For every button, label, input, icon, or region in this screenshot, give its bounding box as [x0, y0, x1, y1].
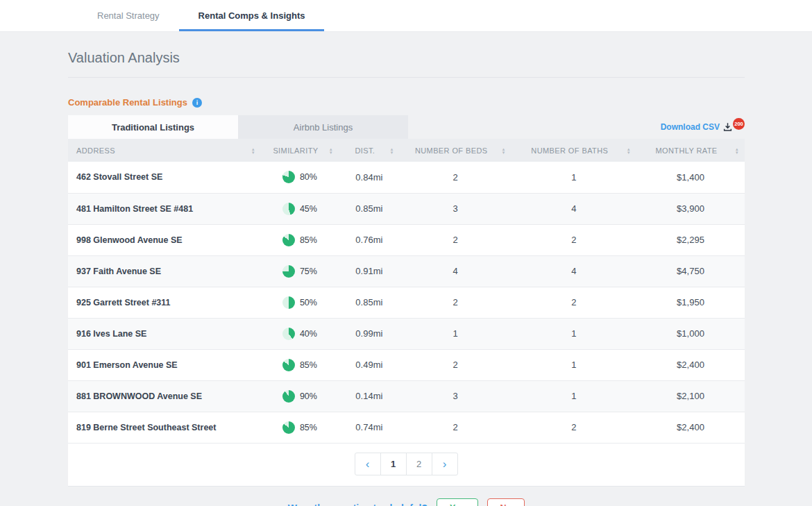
similarity-pie-chart: [282, 296, 295, 309]
distance-value: 0.99mi: [339, 318, 400, 349]
sort-icon[interactable]: ▴▾: [627, 147, 630, 154]
beds-value: 3: [400, 193, 511, 224]
sort-icon[interactable]: ▴▾: [502, 147, 505, 154]
tab-traditional-listings[interactable]: Traditional Listings: [68, 115, 238, 139]
download-csv-label: Download CSV: [661, 122, 720, 132]
tab-airbnb-listings[interactable]: Airbnb Listings: [238, 115, 408, 139]
similarity-pie-chart: [282, 421, 295, 434]
monthly-rate-value: $1,400: [636, 162, 745, 193]
monthly-rate-value: $2,400: [636, 349, 745, 380]
beds-value: 1: [400, 318, 511, 349]
comps-table: ADDRESS ▴▾ SIMILARITY ▴▾ DIST. ▴▾ NUMBER…: [68, 139, 745, 444]
table-row[interactable]: 819 Berne Street Southeast Street 85% 0.…: [68, 412, 745, 443]
distance-value: 0.84mi: [339, 162, 400, 193]
monthly-rate-value: $2,400: [636, 412, 745, 443]
listing-address: 819 Berne Street Southeast Street: [68, 412, 261, 443]
download-csv-link[interactable]: Download CSV 200: [661, 122, 745, 132]
baths-value: 1: [511, 318, 636, 349]
distance-value: 0.85mi: [339, 193, 400, 224]
beds-value: 2: [400, 349, 511, 380]
page-title: Valuation Analysis: [68, 50, 745, 66]
top-tab-bar: Rental Strategy Rental Comps & Insights: [0, 0, 812, 32]
baths-value: 2: [511, 412, 636, 443]
info-icon[interactable]: i: [192, 98, 202, 108]
baths-value: 1: [511, 380, 636, 412]
sort-icon[interactable]: ▴▾: [252, 147, 255, 154]
similarity-pie-chart: [282, 265, 295, 278]
listing-address: 937 Faith Avenue SE: [68, 255, 261, 287]
column-header-beds[interactable]: NUMBER OF BEDS ▴▾: [400, 139, 511, 162]
similarity-value: 75%: [300, 267, 317, 276]
column-header-similarity[interactable]: SIMILARITY ▴▾: [261, 139, 339, 162]
baths-value: 1: [511, 162, 636, 193]
distance-value: 0.14mi: [339, 380, 400, 412]
beds-value: 3: [400, 380, 511, 412]
listing-address: 481 Hamilton Street SE #481: [68, 193, 261, 224]
listing-address: 901 Emerson Avenue SE: [68, 349, 261, 380]
similarity-pie-chart: [282, 203, 295, 215]
feedback-no-button[interactable]: No: [487, 498, 525, 506]
listing-address: 998 Glenwood Avenue SE: [68, 224, 261, 255]
similarity-value: 40%: [300, 329, 317, 339]
distance-value: 0.49mi: [339, 349, 400, 380]
distance-value: 0.74mi: [339, 412, 400, 443]
table-row[interactable]: 998 Glenwood Avenue SE 85% 0.76mi 2 2 $2…: [68, 224, 745, 255]
download-icon: [723, 122, 732, 132]
similarity-pie-chart: [282, 390, 295, 403]
tab-label: Rental Comps & Insights: [198, 10, 305, 21]
beds-value: 2: [400, 412, 511, 443]
tab-rental-comps-insights[interactable]: Rental Comps & Insights: [179, 0, 325, 31]
monthly-rate-value: $1,000: [636, 318, 745, 349]
similarity-value: 85%: [300, 423, 317, 432]
credits-badge: 200: [733, 118, 745, 130]
column-header-distance[interactable]: DIST. ▴▾: [339, 139, 400, 162]
listing-address: 881 BROWNWOOD Avenue SE: [68, 380, 261, 412]
sort-icon[interactable]: ▴▾: [391, 147, 394, 154]
table-row[interactable]: 881 BROWNWOOD Avenue SE 90% 0.14mi 3 1 $…: [68, 380, 745, 412]
table-header-row: ADDRESS ▴▾ SIMILARITY ▴▾ DIST. ▴▾ NUMBER…: [68, 139, 745, 162]
feedback-question: Were these estimates helpful?: [288, 503, 428, 506]
sort-icon[interactable]: ▴▾: [736, 147, 738, 154]
column-header-monthly-rate[interactable]: MONTHLY RATE ▴▾: [636, 139, 745, 162]
table-row[interactable]: 481 Hamilton Street SE #481 45% 0.85mi 3…: [68, 193, 745, 224]
monthly-rate-value: $3,900: [636, 193, 745, 224]
beds-value: 2: [400, 287, 511, 318]
similarity-value: 80%: [300, 172, 317, 182]
similarity-pie-chart: [282, 234, 295, 246]
listing-address: 916 Ives Lane SE: [68, 318, 261, 349]
comps-table-card: ADDRESS ▴▾ SIMILARITY ▴▾ DIST. ▴▾ NUMBER…: [68, 139, 745, 487]
similarity-pie-chart: [282, 328, 295, 340]
pagination-prev-button[interactable]: ‹: [355, 453, 381, 475]
beds-value: 2: [400, 224, 511, 255]
distance-value: 0.76mi: [339, 224, 400, 255]
sort-icon[interactable]: ▴▾: [330, 147, 332, 154]
monthly-rate-value: $2,295: [636, 224, 745, 255]
beds-value: 4: [400, 255, 511, 287]
listing-address: 462 Stovall Street SE: [68, 162, 261, 193]
tab-label: Rental Strategy: [97, 10, 160, 21]
monthly-rate-value: $1,950: [636, 287, 745, 318]
column-header-baths[interactable]: NUMBER OF BATHS ▴▾: [511, 139, 636, 162]
tab-rental-strategy[interactable]: Rental Strategy: [78, 0, 179, 31]
listing-address: 925 Garrett Street #311: [68, 287, 261, 318]
pagination-page-1-button[interactable]: 1: [380, 453, 407, 475]
table-row[interactable]: 937 Faith Avenue SE 75% 0.91mi 4 4 $4,75…: [68, 255, 745, 287]
main-content: Valuation Analysis Comparable Rental Lis…: [0, 32, 745, 506]
table-row[interactable]: 462 Stovall Street SE 80% 0.84mi 2 1 $1,…: [68, 162, 745, 193]
column-header-address[interactable]: ADDRESS ▴▾: [68, 139, 261, 162]
table-row[interactable]: 925 Garrett Street #311 50% 0.85mi 2 2 $…: [68, 287, 745, 318]
section-title: Comparable Rental Listings: [68, 97, 187, 108]
feedback-yes-button[interactable]: Yes: [437, 498, 478, 506]
similarity-value: 45%: [300, 204, 317, 214]
table-row[interactable]: 916 Ives Lane SE 40% 0.99mi 1 1 $1,000: [68, 318, 745, 349]
distance-value: 0.85mi: [339, 287, 400, 318]
pagination: ‹ 1 2 ›: [68, 444, 745, 487]
monthly-rate-value: $4,750: [636, 255, 745, 287]
section-header: Comparable Rental Listings i: [68, 97, 745, 108]
baths-value: 4: [511, 193, 636, 224]
page-title-section: Valuation Analysis: [68, 50, 745, 78]
table-row[interactable]: 901 Emerson Avenue SE 85% 0.49mi 2 1 $2,…: [68, 349, 745, 380]
pagination-page-2-button[interactable]: 2: [406, 453, 432, 475]
pagination-next-button[interactable]: ›: [432, 453, 458, 475]
baths-value: 4: [511, 255, 636, 287]
